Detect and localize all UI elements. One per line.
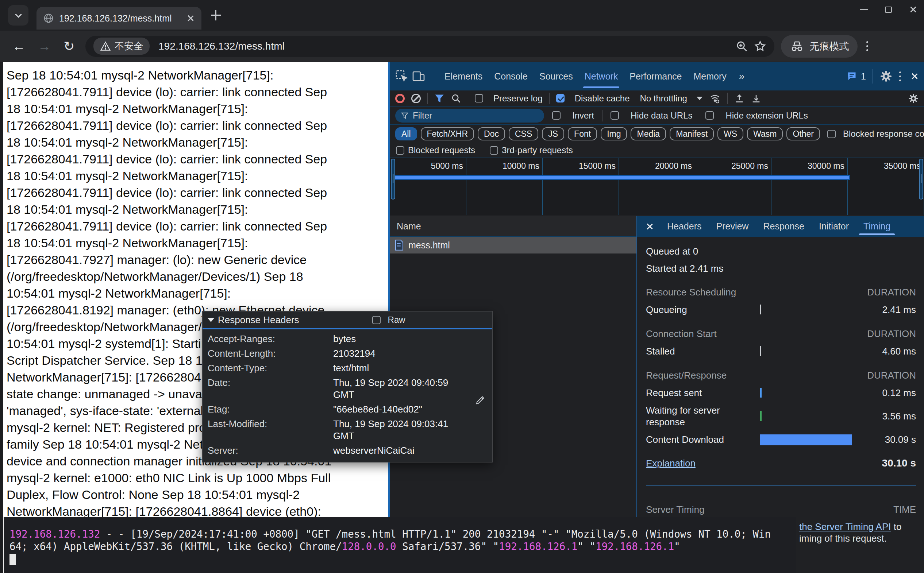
- reload-button[interactable]: ↻: [63, 39, 74, 54]
- total-duration: 30.10 s: [882, 457, 916, 469]
- new-tab-button[interactable]: [211, 10, 221, 20]
- detail-tab[interactable]: Timing: [856, 216, 898, 237]
- security-label: 不安全: [115, 40, 143, 53]
- edit-pencil-icon[interactable]: [475, 395, 486, 405]
- devtools-tab[interactable]: Performance: [624, 62, 687, 91]
- devtools-menu-button[interactable]: [899, 72, 901, 81]
- tab-search-button[interactable]: [8, 5, 28, 25]
- timeline-tick: 35000 ms: [848, 158, 924, 215]
- detail-tab[interactable]: Headers: [660, 216, 709, 237]
- request-type-chip[interactable]: CSS: [509, 127, 538, 141]
- request-type-chip[interactable]: All: [395, 127, 417, 141]
- throttling-dropdown[interactable]: No throttling: [636, 93, 702, 103]
- disable-cache-checkbox[interactable]: [556, 94, 565, 102]
- back-button[interactable]: ←: [13, 39, 25, 54]
- raw-checkbox[interactable]: [372, 316, 381, 324]
- device-toolbar-icon[interactable]: [412, 70, 425, 83]
- third-party-requests-checkbox[interactable]: [490, 146, 498, 155]
- network-toolbar: Preserve log Disable cache No throttling: [390, 91, 924, 106]
- funnel-icon: [401, 112, 408, 119]
- terminal-cursor: [9, 554, 16, 565]
- devtools-tab[interactable]: Elements: [439, 62, 488, 91]
- terminal-text: 192.168.126.1: [499, 540, 577, 552]
- explanation-link[interactable]: Explanation: [646, 457, 695, 469]
- duration-header: DURATION: [867, 328, 916, 340]
- extra-filters-row: Blocked requests 3rd-party requests: [390, 143, 924, 158]
- import-har-icon[interactable]: [734, 93, 744, 103]
- network-overview-timeline[interactable]: 5000 ms10000 ms15000 ms20000 ms25000 ms3…: [390, 158, 924, 215]
- devtools-tab[interactable]: Memory: [687, 62, 732, 91]
- url-text[interactable]: 192.168.126.132/mess.html: [158, 41, 730, 52]
- timing-bar: [760, 411, 762, 421]
- address-bar[interactable]: 不安全 192.168.126.132/mess.html: [85, 36, 774, 57]
- detail-tab[interactable]: Initiator: [812, 216, 856, 237]
- tab-close-icon[interactable]: [186, 14, 195, 23]
- request-type-chip[interactable]: Fetch/XHR: [421, 127, 474, 141]
- close-detail-pane-icon[interactable]: [645, 222, 654, 231]
- response-headers-list: Accept-Ranges:bytesContent-Length:210321…: [202, 329, 492, 457]
- section-connection-start: Connection Start DURATION: [646, 328, 916, 340]
- incognito-icon: [790, 40, 804, 53]
- record-network-log-button[interactable]: [395, 94, 405, 103]
- security-chip[interactable]: 不安全: [93, 38, 150, 55]
- warning-icon: [100, 41, 111, 51]
- search-icon[interactable]: [451, 93, 461, 103]
- blocked-requests-checkbox[interactable]: [396, 146, 404, 155]
- collapse-triangle-icon[interactable]: [208, 318, 214, 322]
- browser-menu-button[interactable]: [866, 41, 869, 51]
- name-column-header[interactable]: Name: [390, 216, 637, 237]
- filter-input[interactable]: Filter: [395, 109, 544, 122]
- request-type-chip[interactable]: Media: [631, 127, 666, 141]
- request-row-selected[interactable]: mess.html: [390, 237, 637, 254]
- devtools-settings-icon[interactable]: [880, 70, 893, 83]
- export-har-icon[interactable]: [751, 93, 761, 103]
- browser-window: 192.168.126.132/mess.html ← → ↻ 不安全 192.…: [0, 0, 924, 573]
- invert-checkbox[interactable]: [552, 111, 560, 120]
- invert-label: Invert: [572, 111, 594, 121]
- overview-waterfall-bar: [394, 175, 850, 180]
- hide-extension-urls-checkbox[interactable]: [705, 111, 714, 120]
- request-type-chip[interactable]: Doc: [478, 127, 505, 141]
- request-name: mess.html: [408, 240, 450, 250]
- blocked-response-cookies-checkbox[interactable]: [827, 130, 836, 138]
- network-conditions-icon[interactable]: [709, 93, 721, 104]
- browser-tab[interactable]: 192.168.126.132/mess.html: [36, 7, 201, 30]
- request-type-chip[interactable]: Wasm: [747, 127, 783, 141]
- request-type-chip[interactable]: Other: [786, 127, 820, 141]
- window-close-button[interactable]: [909, 5, 918, 14]
- hide-data-urls-checkbox[interactable]: [610, 111, 619, 120]
- request-type-chip[interactable]: JS: [542, 127, 564, 141]
- maximize-button[interactable]: [885, 6, 892, 13]
- detail-tab[interactable]: Response: [756, 216, 812, 237]
- overview-left-handle[interactable]: [391, 159, 395, 199]
- more-tabs-button[interactable]: »: [736, 70, 748, 82]
- duration-header: DURATION: [867, 369, 916, 381]
- request-type-chip[interactable]: Manifest: [670, 127, 714, 141]
- filter-toggle-icon[interactable]: [434, 94, 444, 103]
- forward-button[interactable]: →: [38, 39, 51, 54]
- issues-counter[interactable]: 1: [846, 71, 866, 82]
- timeline-tick: 15000 ms: [543, 158, 619, 215]
- terminal-overlay[interactable]: 192.168.126.132 - - [19/Sep/2024:17:41:0…: [4, 517, 796, 573]
- timing-bar: [760, 388, 762, 398]
- minimize-button[interactable]: [860, 9, 868, 10]
- clear-network-log-button[interactable]: [411, 94, 421, 103]
- inspect-element-icon[interactable]: [395, 70, 408, 83]
- devtools-tab[interactable]: Console: [488, 62, 533, 91]
- request-type-chip[interactable]: Img: [601, 127, 627, 141]
- request-type-chip[interactable]: WS: [717, 127, 744, 141]
- devtools-tab[interactable]: Network: [579, 62, 624, 91]
- bookmark-star-icon[interactable]: [754, 40, 766, 53]
- network-settings-icon[interactable]: [908, 93, 919, 104]
- issues-icon: [846, 71, 857, 81]
- preserve-log-checkbox[interactable]: [475, 94, 483, 102]
- overview-right-handle[interactable]: [919, 159, 923, 199]
- devtools-tab[interactable]: Sources: [533, 62, 579, 91]
- server-timing-api-link[interactable]: the Server Timing API: [799, 521, 891, 532]
- detail-tab[interactable]: Preview: [709, 216, 756, 237]
- request-response-rows: Request sent0.12 msWaiting for server re…: [646, 387, 916, 446]
- devtools-close-button[interactable]: [910, 72, 919, 81]
- timing-row: Content Download30.09 s: [646, 433, 916, 446]
- zoom-icon[interactable]: [736, 40, 748, 53]
- request-type-chip[interactable]: Font: [568, 127, 597, 141]
